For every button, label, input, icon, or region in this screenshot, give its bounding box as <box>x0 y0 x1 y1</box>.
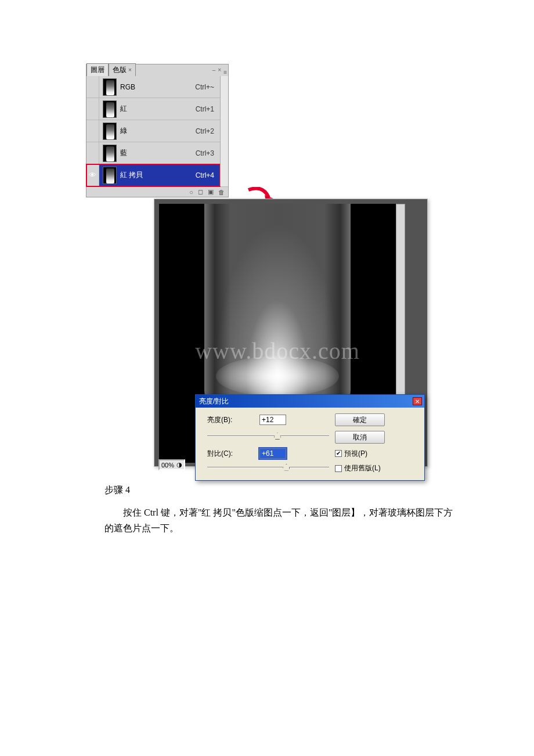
channel-name: 紅 拷貝 <box>120 170 196 180</box>
document-window: www.bdocx.com 00% ◑ 亮度/對比 ✕ 亮度(B): 確定 <box>154 199 428 467</box>
zoom-icon: ◑ <box>176 461 182 469</box>
dialog-titlebar[interactable]: 亮度/對比 ✕ <box>196 395 424 408</box>
panel-header: 圖層 色版× – × ≡ <box>86 64 228 76</box>
minimize-icon[interactable]: – <box>212 67 216 73</box>
brightness-input[interactable] <box>259 415 286 425</box>
zoom-readout[interactable]: 00% ◑ <box>158 459 185 470</box>
legacy-checkbox-label: 使用舊版(L) <box>344 463 381 473</box>
channel-thumbnail[interactable] <box>103 100 117 118</box>
brightness-slider[interactable] <box>207 433 335 440</box>
slider-thumb-icon[interactable] <box>274 433 281 440</box>
load-selection-icon[interactable]: ○ <box>189 189 193 196</box>
channel-list: RGB Ctrl+~ 紅 Ctrl+1 綠 Ctrl+2 <box>86 76 220 186</box>
legacy-checkbox[interactable]: 使用舊版(L) <box>335 463 393 473</box>
slider-thumb-icon[interactable] <box>283 464 290 471</box>
channel-name: RGB <box>120 83 195 91</box>
vertical-scrollbar[interactable] <box>396 204 405 405</box>
channel-row-blue[interactable]: 藍 Ctrl+3 <box>86 142 220 164</box>
contrast-input[interactable] <box>259 448 286 459</box>
contrast-slider[interactable] <box>207 464 335 471</box>
visibility-toggle[interactable] <box>86 142 99 164</box>
channel-name: 藍 <box>120 148 196 158</box>
channel-row-red[interactable]: 紅 Ctrl+1 <box>86 98 220 120</box>
dialog-close-button[interactable]: ✕ <box>413 397 422 405</box>
channel-row-red-copy[interactable]: 👁 紅 拷貝 Ctrl+4 <box>86 164 220 186</box>
new-channel-icon[interactable]: ▣ <box>208 188 214 196</box>
ok-button[interactable]: 確定 <box>335 413 385 426</box>
checkbox-icon[interactable] <box>335 465 342 472</box>
panel-window-controls: – × ≡ <box>212 64 227 75</box>
brightness-label: 亮度(B): <box>207 415 259 425</box>
panel-scrollbar[interactable] <box>220 76 228 186</box>
channel-shortcut: Ctrl+3 <box>196 149 220 157</box>
channel-row-rgb[interactable]: RGB Ctrl+~ <box>86 76 220 98</box>
visibility-toggle[interactable]: 👁 <box>86 164 99 186</box>
save-mask-icon[interactable]: ◻ <box>198 188 203 196</box>
tab-close-icon[interactable]: × <box>128 67 132 73</box>
tab-channels[interactable]: 色版× <box>109 63 136 76</box>
channel-thumbnail[interactable] <box>103 123 117 140</box>
channel-shortcut: Ctrl+4 <box>196 171 220 179</box>
glass-image <box>204 204 351 405</box>
checkbox-icon[interactable]: ✔ <box>335 450 342 457</box>
zoom-value: 00% <box>161 462 174 469</box>
channel-thumbnail[interactable] <box>103 167 117 184</box>
delete-channel-icon[interactable]: 🗑 <box>218 189 225 196</box>
preview-checkbox[interactable]: ✔ 預視(P) <box>335 449 393 459</box>
channel-thumbnail[interactable] <box>103 78 117 96</box>
cancel-button[interactable]: 取消 <box>335 431 385 444</box>
channel-name: 紅 <box>120 104 196 114</box>
dialog-title: 亮度/對比 <box>199 397 229 406</box>
channel-row-green[interactable]: 綠 Ctrl+2 <box>86 120 220 142</box>
visibility-toggle[interactable] <box>86 76 99 98</box>
channel-thumbnail[interactable] <box>103 145 117 162</box>
step-heading: 步骤 4 <box>104 484 459 496</box>
brightness-contrast-dialog: 亮度/對比 ✕ 亮度(B): 確定 取消 對比(C): ✔ 預視(P) <box>195 394 425 481</box>
channel-shortcut: Ctrl+2 <box>196 127 220 135</box>
menu-icon[interactable]: ≡ <box>223 69 227 75</box>
channel-shortcut: Ctrl+1 <box>196 105 220 113</box>
visibility-toggle[interactable] <box>86 120 99 142</box>
channels-panel: 圖層 色版× – × ≡ RGB Ctrl+~ <box>86 64 229 197</box>
canvas-dark-area <box>159 405 195 463</box>
contrast-label: 對比(C): <box>207 449 259 459</box>
channel-shortcut: Ctrl+~ <box>195 83 220 91</box>
canvas[interactable]: www.bdocx.com <box>159 204 396 405</box>
preview-checkbox-label: 預視(P) <box>344 449 367 459</box>
tab-channels-label: 色版 <box>113 66 127 74</box>
tab-layers[interactable]: 圖層 <box>86 63 109 76</box>
panel-footer: ○ ◻ ▣ 🗑 <box>86 186 228 197</box>
close-icon[interactable]: × <box>218 67 221 73</box>
visibility-toggle[interactable] <box>86 98 99 120</box>
instruction-paragraph: 按住 Ctrl 键，对著"红 拷贝"色版缩图点一下，返回"图层】，对著玻璃杯图层… <box>104 505 459 536</box>
channel-name: 綠 <box>120 126 196 136</box>
